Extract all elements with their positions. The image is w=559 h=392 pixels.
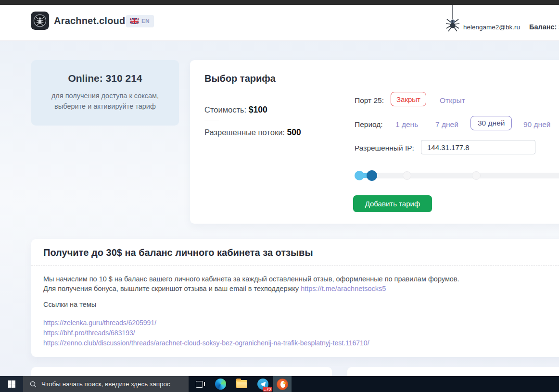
app-screen: Arachnet.cloud EN helengame2@bk.ru Балан… <box>0 0 559 392</box>
language-switcher[interactable]: EN <box>126 15 154 27</box>
telegram-button[interactable]: ..73 <box>252 376 273 392</box>
window-top-strip <box>0 0 559 5</box>
forum-link-zelenka[interactable]: https://zelenka.guru/threads/6205991/ <box>43 319 156 327</box>
threads-line: Разрешенные потоки: 500 <box>204 127 301 138</box>
add-tariff-button[interactable]: Добавить тариф <box>353 195 432 212</box>
start-button[interactable] <box>0 376 23 392</box>
edge-browser-button[interactable] <box>210 376 231 392</box>
forum-link-zenno[interactable]: https://zenno.club/discussion/threads/ar… <box>43 339 369 347</box>
brand-title: Arachnet.cloud <box>54 15 125 26</box>
uk-flag-icon <box>130 18 139 24</box>
slider-start-dot <box>355 171 364 180</box>
tariff-selection-panel: Выбор тарифа Стоимость: $100 Разрешенные… <box>190 60 559 224</box>
edge-icon <box>215 379 226 390</box>
port25-label: Порт 25: <box>355 96 384 105</box>
online-counter-card: Online: 310 214 для получения доступа к … <box>31 60 179 126</box>
task-view-button[interactable] <box>189 376 210 392</box>
allowed-ip-label: Разрешенный IP: <box>355 144 414 152</box>
forum-link-bhf[interactable]: https://bhf.pro/threads/683193/ <box>43 329 135 337</box>
windows-taskbar: Чтобы начать поиск, введите здесь запрос… <box>0 376 559 392</box>
task-view-icon <box>196 381 203 388</box>
duckduckgo-icon <box>277 379 288 390</box>
bonus-paragraph-2: Для получения бонуса, вышлите скриншот о… <box>43 285 386 292</box>
allowed-ip-input[interactable] <box>421 140 535 154</box>
hanging-spider-icon <box>445 5 461 35</box>
folder-icon <box>236 380 247 388</box>
period-label: Период: <box>355 120 383 129</box>
online-subtitle: для получения доступа к соксам, выберите… <box>31 90 179 112</box>
bonus-paragraph-1: Мы начислим по 10 $ на баланс вашего лич… <box>43 274 459 285</box>
balance-label[interactable]: Баланс: $ <box>529 23 559 31</box>
user-email[interactable]: helengame2@bk.ru <box>463 24 520 31</box>
taskbar-icons: ..73 <box>189 376 292 392</box>
threads-slider[interactable] <box>355 173 559 178</box>
cost-line: Стоимость: $100 <box>204 105 267 115</box>
slider-tick-2[interactable] <box>472 171 481 180</box>
spider-logo-icon <box>33 13 47 28</box>
links-heading: Ссылки на темы <box>43 301 96 308</box>
slider-tick-1[interactable] <box>403 171 411 180</box>
language-label: EN <box>141 18 150 25</box>
bonus-title: Получите до 30$ на баланс личного кабине… <box>43 247 313 258</box>
online-count: Online: 310 214 <box>31 73 179 84</box>
bonus-info-card: Получите до 30$ на баланс личного кабине… <box>31 239 559 357</box>
dashed-divider <box>31 265 559 266</box>
search-icon <box>30 381 37 388</box>
file-explorer-button[interactable] <box>231 376 252 392</box>
port-open-button[interactable]: Открыт <box>440 96 465 105</box>
panel-title: Выбор тарифа <box>204 73 276 84</box>
threads-value: 500 <box>287 127 301 137</box>
telegram-badge: ..73 <box>263 387 272 392</box>
divider <box>204 121 219 121</box>
period-option-1-day[interactable]: 1 день <box>395 120 418 129</box>
brand-logo[interactable] <box>31 12 49 30</box>
site-header: Arachnet.cloud EN helengame2@bk.ru Балан… <box>0 5 559 41</box>
period-option-90-days[interactable]: 90 дней <box>523 120 550 129</box>
taskbar-empty-area <box>292 376 559 392</box>
port-closed-button[interactable]: Закрыт <box>391 92 426 106</box>
slider-handle[interactable] <box>367 170 377 181</box>
cost-value: $100 <box>249 105 267 114</box>
search-placeholder: Чтобы начать поиск, введите здесь запрос <box>41 380 170 388</box>
support-telegram-link[interactable]: https://t.me/arachnetsocks5 <box>301 285 386 292</box>
taskbar-search[interactable]: Чтобы начать поиск, введите здесь запрос <box>23 376 189 392</box>
windows-logo-icon <box>8 380 15 388</box>
paper-plane-icon <box>260 381 266 387</box>
period-option-30-days-selected[interactable]: 30 дней <box>470 116 512 130</box>
period-option-7-days[interactable]: 7 дней <box>435 120 458 129</box>
duckduckgo-button[interactable] <box>273 376 292 392</box>
